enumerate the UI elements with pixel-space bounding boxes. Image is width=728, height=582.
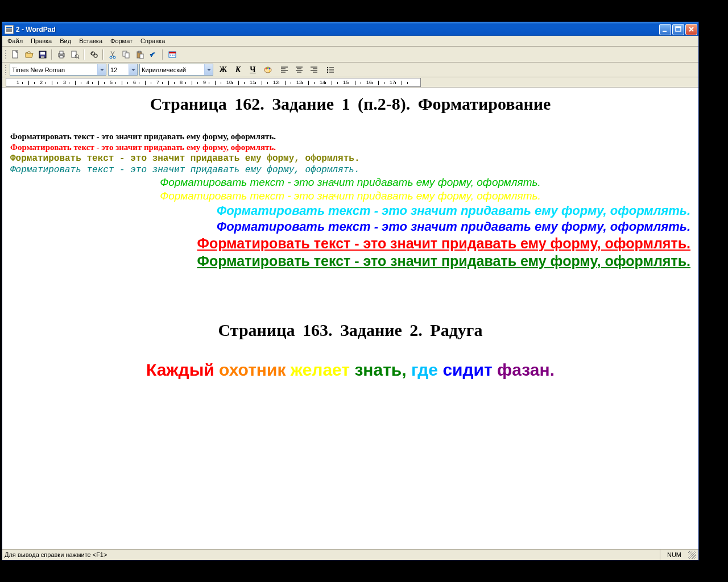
new-button[interactable]	[9, 48, 22, 61]
svg-point-16	[113, 56, 115, 59]
svg-rect-23	[169, 52, 176, 53]
toolbar-separator	[101, 48, 105, 61]
charset-value: Кириллический	[142, 66, 186, 73]
align-left-button[interactable]	[278, 64, 291, 76]
window-title: 2 - WordPad	[16, 26, 56, 34]
svg-point-14	[94, 54, 97, 57]
svg-rect-21	[140, 54, 143, 59]
svg-rect-18	[125, 53, 129, 58]
toolbar-separator	[82, 48, 86, 61]
print-button[interactable]	[55, 48, 68, 61]
svg-rect-0	[663, 31, 667, 32]
text-line-10: Форматировать текст - это значит придава…	[10, 253, 690, 269]
datetime-button[interactable]	[166, 48, 179, 61]
svg-point-29	[267, 67, 268, 69]
font-size-combo[interactable]: 12	[108, 64, 138, 76]
dropdown-arrow-icon[interactable]	[97, 64, 106, 75]
svg-line-12	[78, 57, 79, 59]
svg-point-32	[326, 66, 328, 68]
align-right-button[interactable]	[307, 64, 320, 76]
menu-file[interactable]: Файл	[3, 36, 27, 45]
text-line-2: Форматировать текст - это значит придава…	[10, 143, 690, 152]
toolbar-separator	[50, 48, 53, 61]
svg-point-28	[265, 68, 267, 69]
heading-1: Страница 162. Задание 1 (п.2-8). Формати…	[10, 94, 690, 114]
svg-rect-6	[41, 56, 44, 58]
svg-rect-10	[72, 51, 76, 57]
paste-button[interactable]	[133, 48, 146, 61]
text-line-7: Форматировать текст - это значит придава…	[10, 203, 690, 218]
svg-rect-5	[40, 52, 45, 55]
format-toolbar: Times New Roman 12 Кириллический Ж К Ч	[2, 63, 698, 77]
rainbow-word-5: где	[411, 360, 438, 379]
menu-insert[interactable]: Вставка	[75, 36, 106, 45]
rainbow-word-3: желает	[291, 360, 350, 379]
text-line-9: Форматировать текст - это значит придава…	[10, 235, 690, 252]
rainbow-word-7: фазан.	[497, 360, 555, 379]
toolbar-separator	[161, 48, 164, 61]
close-button[interactable]	[685, 24, 697, 35]
menubar: Файл Правка Вид Вставка Формат Справка	[2, 36, 698, 47]
rainbow-word-4: знать,	[354, 360, 406, 379]
menu-edit[interactable]: Правка	[27, 36, 56, 45]
statusbar: Для вывода справки нажмите <F1> NUM	[2, 549, 698, 560]
minimize-button[interactable]	[659, 24, 671, 35]
maximize-button[interactable]	[672, 24, 684, 35]
svg-point-31	[268, 70, 270, 72]
svg-point-34	[326, 71, 328, 72]
save-button[interactable]	[36, 48, 49, 61]
rainbow-word-1: Каждый	[146, 360, 214, 379]
status-hint: Для вывода справки нажмите <F1>	[5, 551, 107, 558]
svg-rect-9	[60, 56, 63, 58]
svg-point-15	[110, 56, 112, 59]
standard-toolbar	[2, 47, 698, 63]
app-window: 2 - WordPad Файл Правка Вид Вставка Форм…	[2, 22, 699, 560]
font-name-value: Times New Roman	[12, 66, 65, 73]
toolbar-grip[interactable]	[5, 64, 8, 76]
text-line-6: Форматировать текст - это значит придава…	[10, 190, 690, 202]
text-line-1: Форматировать текст - это значит придава…	[10, 132, 690, 142]
italic-button[interactable]: К	[231, 64, 245, 76]
titlebar[interactable]: 2 - WordPad	[2, 22, 698, 36]
cut-button[interactable]	[106, 48, 119, 61]
align-center-button[interactable]	[292, 64, 305, 76]
resize-grip-icon[interactable]	[688, 551, 696, 559]
rainbow-sentence: Каждый охотник желает знать, где сидит ф…	[10, 360, 690, 380]
text-line-3: Форматировать текст - это значит придава…	[10, 153, 690, 164]
rainbow-word-6: сидит	[442, 360, 492, 379]
svg-point-33	[326, 69, 328, 70]
svg-rect-2	[676, 27, 681, 28]
find-button[interactable]	[87, 48, 100, 61]
menu-help[interactable]: Справка	[136, 36, 169, 45]
charset-combo[interactable]: Кириллический	[139, 64, 213, 76]
ruler[interactable]: 1234567891011121314151617	[2, 77, 698, 88]
undo-button[interactable]	[147, 48, 160, 61]
underline-button[interactable]: Ч	[246, 64, 259, 76]
status-num: NUM	[660, 550, 688, 560]
svg-point-30	[268, 68, 270, 69]
open-button[interactable]	[22, 48, 35, 61]
dropdown-arrow-icon[interactable]	[204, 64, 213, 75]
menu-format[interactable]: Формат	[106, 36, 136, 45]
copy-button[interactable]	[119, 48, 133, 61]
color-button[interactable]	[261, 64, 274, 76]
text-line-8: Форматировать текст - это значит придава…	[10, 219, 690, 234]
font-size-value: 12	[110, 66, 117, 73]
menu-view[interactable]: Вид	[56, 36, 75, 45]
text-line-5: Форматировать текст - это значит придава…	[10, 176, 690, 189]
app-icon	[5, 25, 14, 34]
print-preview-button[interactable]	[68, 48, 81, 61]
font-name-combo[interactable]: Times New Roman	[10, 64, 106, 76]
heading-2: Страница 163. Задание 2. Радуга	[10, 321, 690, 340]
bold-button[interactable]: Ж	[217, 64, 230, 76]
toolbar-grip[interactable]	[5, 48, 8, 61]
text-line-4: Форматировать текст - это значит придава…	[10, 165, 690, 175]
dropdown-arrow-icon[interactable]	[129, 64, 137, 75]
rainbow-word-2: охотник	[219, 360, 286, 379]
document-area[interactable]: Страница 162. Задание 1 (п.2-8). Формати…	[2, 88, 698, 549]
svg-rect-8	[60, 51, 63, 54]
svg-rect-20	[138, 51, 140, 53]
bullets-button[interactable]	[324, 64, 337, 76]
